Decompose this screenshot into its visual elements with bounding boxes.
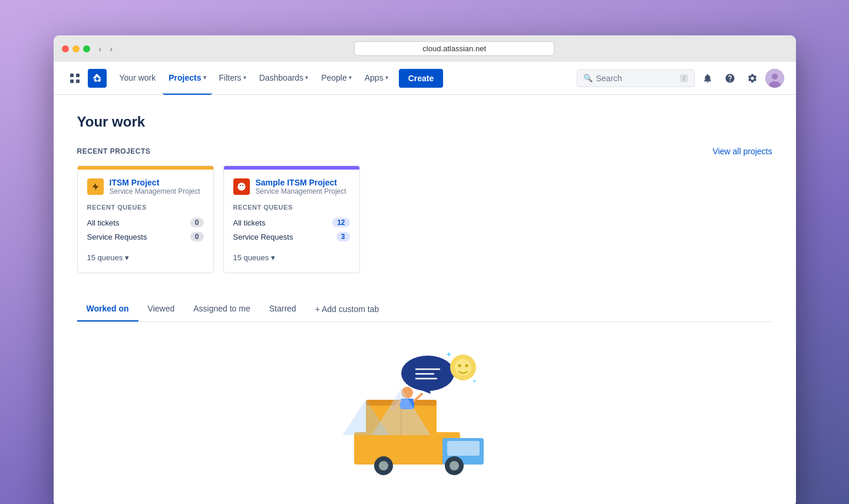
traffic-lights	[62, 45, 90, 52]
nav-dashboards[interactable]: Dashboards ▾	[253, 62, 315, 95]
browser-chrome: ‹ ›	[54, 35, 796, 62]
queue-item-service-requests[interactable]: Service Requests 0	[87, 230, 204, 244]
project-name: ITSM Project	[110, 178, 200, 187]
tab-starred[interactable]: Starred	[260, 297, 306, 321]
svg-point-8	[240, 185, 241, 186]
queue-name: All tickets	[87, 218, 120, 227]
view-all-projects-link[interactable]: View all projects	[713, 147, 772, 156]
project-card-body: Sample ITSM Project Service Management P…	[224, 170, 359, 273]
svg-point-7	[237, 183, 245, 190]
project-info: ITSM Project Service Management Project	[110, 178, 200, 195]
nav-people[interactable]: People ▾	[315, 62, 358, 95]
svg-rect-12	[447, 441, 480, 456]
queue-name: Service Requests	[233, 233, 293, 241]
create-button[interactable]: Create	[399, 69, 444, 88]
maximize-button[interactable]	[83, 45, 90, 52]
tab-viewed-label: Viewed	[148, 304, 175, 313]
apps-chevron: ▾	[385, 74, 388, 81]
recent-projects-label: Recent projects	[77, 147, 151, 155]
queue-count: 0	[190, 232, 204, 241]
page-title: Your work	[77, 114, 772, 130]
queue-item-service-requests[interactable]: Service Requests 3	[233, 230, 350, 244]
svg-text:✦: ✦	[445, 350, 452, 359]
svg-rect-0	[70, 74, 74, 77]
filters-chevron: ▾	[243, 74, 246, 81]
svg-text:✦: ✦	[472, 378, 477, 384]
user-avatar[interactable]	[765, 69, 784, 88]
nav-arrows: ‹ ›	[96, 43, 115, 55]
people-label: People	[321, 73, 347, 82]
queue-item-all-tickets[interactable]: All tickets 0	[87, 215, 204, 230]
tab-assigned-label: Assigned to me	[193, 304, 250, 313]
address-bar	[121, 41, 788, 56]
forward-button[interactable]: ›	[107, 43, 115, 55]
queues-dropdown[interactable]: 15 queues ▾	[233, 251, 350, 264]
queue-count: 12	[332, 218, 349, 227]
illustration-area: ✦ ✦	[77, 341, 772, 476]
svg-point-14	[379, 461, 388, 470]
section-header: Recent projects View all projects	[77, 147, 772, 156]
tab-starred-label: Starred	[269, 304, 296, 313]
back-button[interactable]: ‹	[96, 43, 105, 55]
queues-label: RECENT QUEUES	[233, 204, 350, 211]
minimize-button[interactable]	[72, 45, 80, 52]
add-custom-tab-button[interactable]: + Add custom tab	[306, 297, 389, 321]
project-icon	[233, 178, 250, 195]
queue-count: 3	[336, 232, 350, 241]
project-header: Sample ITSM Project Service Management P…	[233, 178, 350, 195]
project-card-itsm[interactable]: ITSM Project Service Management Project …	[77, 165, 214, 273]
main-content: Your work Recent projects View all proje…	[54, 95, 796, 504]
tab-worked-on-label: Worked on	[87, 304, 129, 313]
project-icon	[87, 178, 104, 195]
project-card-body: ITSM Project Service Management Project …	[78, 170, 213, 273]
help-button[interactable]	[721, 69, 739, 88]
settings-button[interactable]	[743, 69, 762, 88]
projects-chevron: ▾	[203, 74, 206, 81]
tab-viewed[interactable]: Viewed	[138, 297, 184, 321]
svg-point-27	[458, 364, 461, 367]
dropdown-chevron-icon: ▾	[271, 253, 275, 262]
queue-item-all-tickets[interactable]: All tickets 12	[233, 215, 350, 230]
notifications-button[interactable]	[698, 69, 717, 88]
tab-worked-on[interactable]: Worked on	[77, 297, 138, 321]
tabs-section: Worked on Viewed Assigned to me Starred …	[77, 297, 772, 322]
project-name: Sample ITSM Project	[256, 178, 346, 187]
project-type: Service Management Project	[256, 187, 346, 195]
project-card-sample-itsm[interactable]: Sample ITSM Project Service Management P…	[223, 165, 360, 273]
svg-point-28	[465, 364, 468, 367]
nav-filters[interactable]: Filters ▾	[213, 62, 252, 95]
dropdown-chevron-icon: ▾	[125, 253, 129, 262]
svg-rect-1	[76, 74, 80, 77]
nav-your-work[interactable]: Your work	[114, 62, 162, 95]
apps-grid-icon[interactable]	[65, 69, 84, 88]
projects-grid: ITSM Project Service Management Project …	[77, 165, 772, 273]
queues-count-label: 15 queues	[87, 253, 123, 262]
queue-name: Service Requests	[87, 233, 147, 241]
search-bar[interactable]: 🔍 Search /	[577, 69, 695, 87]
svg-point-9	[242, 185, 243, 186]
nav-right: 🔍 Search /	[577, 69, 784, 88]
url-input[interactable]	[354, 41, 554, 56]
close-button[interactable]	[62, 45, 69, 52]
svg-rect-2	[70, 79, 74, 83]
empty-state-illustration: ✦ ✦	[336, 341, 513, 476]
search-icon: 🔍	[583, 74, 593, 82]
apps-label: Apps	[365, 73, 384, 82]
nav-apps[interactable]: Apps ▾	[359, 62, 394, 95]
queue-name: All tickets	[233, 218, 266, 227]
queue-count: 0	[190, 218, 204, 227]
svg-point-16	[450, 461, 459, 470]
queues-count-label: 15 queues	[233, 253, 269, 262]
atlassian-logo[interactable]	[88, 69, 107, 88]
svg-point-5	[772, 74, 778, 79]
nav-projects[interactable]: Projects ▾	[163, 62, 212, 95]
project-header: ITSM Project Service Management Project	[87, 178, 204, 195]
tab-assigned-to-me[interactable]: Assigned to me	[184, 297, 260, 321]
search-shortcut: /	[680, 74, 688, 82]
queues-dropdown[interactable]: 15 queues ▾	[87, 251, 204, 264]
queues-label: RECENT QUEUES	[87, 204, 204, 211]
people-chevron: ▾	[349, 74, 352, 81]
search-placeholder: Search	[596, 74, 677, 83]
dashboards-label: Dashboards	[259, 73, 304, 82]
browser-window: ‹ › Your work Pro	[54, 35, 796, 504]
